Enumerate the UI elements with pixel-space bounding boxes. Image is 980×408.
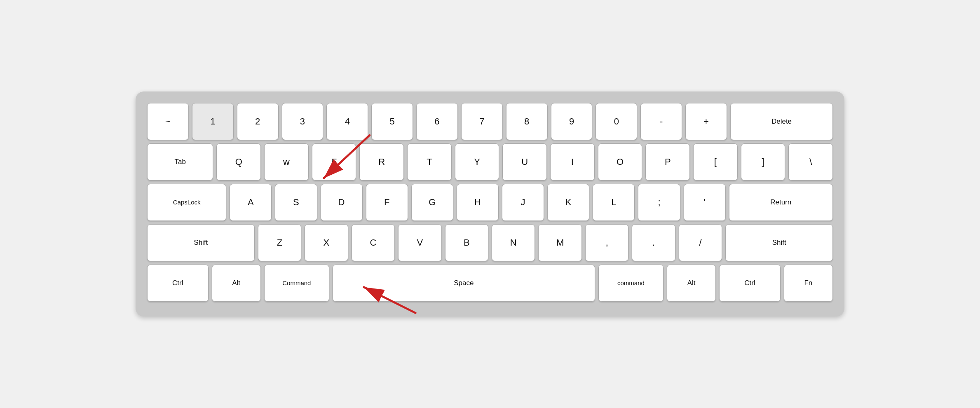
key-2[interactable]: 2: [237, 103, 279, 140]
key-e[interactable]: E: [312, 143, 356, 181]
key-1[interactable]: 1: [192, 103, 234, 140]
key-label-3: 3: [300, 116, 305, 127]
key-label-w: w: [283, 157, 290, 167]
key-u[interactable]: U: [502, 143, 547, 181]
key-label-command-l: Command: [282, 279, 311, 287]
key-label-comma: ,: [606, 237, 608, 248]
keyboard-row-row2: TabQwERTYUIOP[]\: [147, 143, 833, 181]
key-label-alt-l: Alt: [232, 279, 240, 287]
key-x[interactable]: X: [305, 224, 348, 261]
key-g[interactable]: G: [411, 184, 453, 221]
key-label-i: I: [571, 157, 574, 167]
key-label-period: .: [652, 237, 655, 248]
key-8[interactable]: 8: [506, 103, 548, 140]
key-5[interactable]: 5: [371, 103, 413, 140]
key-w[interactable]: w: [264, 143, 309, 181]
key-label-n: N: [510, 237, 517, 248]
key-ctrl-r[interactable]: Ctrl: [719, 265, 781, 302]
key-minus[interactable]: -: [640, 103, 682, 140]
key-b[interactable]: B: [445, 224, 488, 261]
key-quote[interactable]: ': [684, 184, 726, 221]
key-label-tilde: ~: [165, 116, 171, 127]
key-fn[interactable]: Fn: [784, 265, 833, 302]
key-label-0: 0: [614, 116, 619, 127]
key-shift-r[interactable]: Shift: [725, 224, 833, 261]
key-bracketl[interactable]: [: [693, 143, 738, 181]
key-label-alt-r: Alt: [687, 279, 696, 287]
key-label-p: P: [665, 157, 671, 167]
key-command-r[interactable]: command: [598, 265, 663, 302]
key-plus[interactable]: +: [685, 103, 727, 140]
key-period[interactable]: .: [632, 224, 675, 261]
key-f[interactable]: F: [366, 184, 408, 221]
key-a[interactable]: A: [230, 184, 272, 221]
key-c[interactable]: C: [352, 224, 395, 261]
key-9[interactable]: 9: [551, 103, 593, 140]
key-space[interactable]: Space: [333, 265, 595, 302]
key-label-d: D: [338, 197, 345, 208]
key-label-shift-l: Shift: [194, 239, 208, 247]
key-n[interactable]: N: [492, 224, 535, 261]
key-4[interactable]: 4: [326, 103, 368, 140]
key-backslash[interactable]: \: [788, 143, 833, 181]
key-label-minus: -: [660, 116, 663, 127]
key-label-t: T: [427, 157, 432, 167]
key-label-space: Space: [454, 279, 474, 287]
key-alt-r[interactable]: Alt: [667, 265, 716, 302]
key-label-backslash: \: [809, 157, 812, 167]
key-label-x: X: [324, 237, 330, 248]
key-semicolon[interactable]: ;: [638, 184, 680, 221]
key-k[interactable]: K: [547, 184, 589, 221]
key-label-1: 1: [210, 116, 215, 127]
key-bracketr[interactable]: ]: [741, 143, 785, 181]
key-j[interactable]: J: [502, 184, 544, 221]
key-d[interactable]: D: [321, 184, 363, 221]
key-label-command-r: command: [617, 279, 645, 287]
key-label-m: M: [556, 237, 564, 248]
key-h[interactable]: H: [457, 184, 499, 221]
key-o[interactable]: O: [598, 143, 642, 181]
key-label-2: 2: [255, 116, 260, 127]
key-label-delete: Delete: [771, 117, 792, 126]
key-i[interactable]: I: [550, 143, 595, 181]
key-r[interactable]: R: [359, 143, 404, 181]
key-y[interactable]: Y: [455, 143, 499, 181]
key-label-6: 6: [434, 116, 439, 127]
key-q[interactable]: Q: [216, 143, 261, 181]
key-label-ctrl-l: Ctrl: [172, 279, 183, 287]
key-tilde[interactable]: ~: [147, 103, 189, 140]
key-0[interactable]: 0: [596, 103, 637, 140]
key-label-r: R: [378, 157, 385, 167]
key-delete[interactable]: Delete: [730, 103, 833, 140]
key-comma[interactable]: ,: [585, 224, 628, 261]
key-alt-l[interactable]: Alt: [212, 265, 261, 302]
key-tab[interactable]: Tab: [147, 143, 213, 181]
key-shift-l[interactable]: Shift: [147, 224, 255, 261]
key-7[interactable]: 7: [461, 103, 503, 140]
key-label-q: Q: [235, 157, 242, 167]
key-command-l[interactable]: Command: [264, 265, 329, 302]
key-v[interactable]: V: [398, 224, 441, 261]
key-t[interactable]: T: [407, 143, 452, 181]
key-z[interactable]: Z: [258, 224, 301, 261]
key-label-h: H: [474, 197, 481, 208]
key-s[interactable]: S: [275, 184, 317, 221]
key-3[interactable]: 3: [282, 103, 324, 140]
key-m[interactable]: M: [538, 224, 581, 261]
key-label-e: E: [331, 157, 337, 167]
key-label-s: S: [293, 197, 299, 208]
key-label-semicolon: ;: [658, 197, 660, 208]
key-l[interactable]: L: [593, 184, 635, 221]
key-capslock[interactable]: CapsLock: [147, 184, 226, 221]
key-return[interactable]: Return: [729, 184, 833, 221]
key-label-capslock: CapsLock: [173, 199, 201, 206]
key-ctrl-l[interactable]: Ctrl: [147, 265, 209, 302]
key-6[interactable]: 6: [416, 103, 458, 140]
key-slash[interactable]: /: [679, 224, 722, 261]
key-label-ctrl-r: Ctrl: [744, 279, 755, 287]
key-label-o: O: [617, 157, 624, 167]
key-label-v: V: [417, 237, 423, 248]
key-p[interactable]: P: [645, 143, 690, 181]
key-label-quote: ': [703, 197, 705, 208]
key-label-tab: Tab: [175, 158, 186, 166]
